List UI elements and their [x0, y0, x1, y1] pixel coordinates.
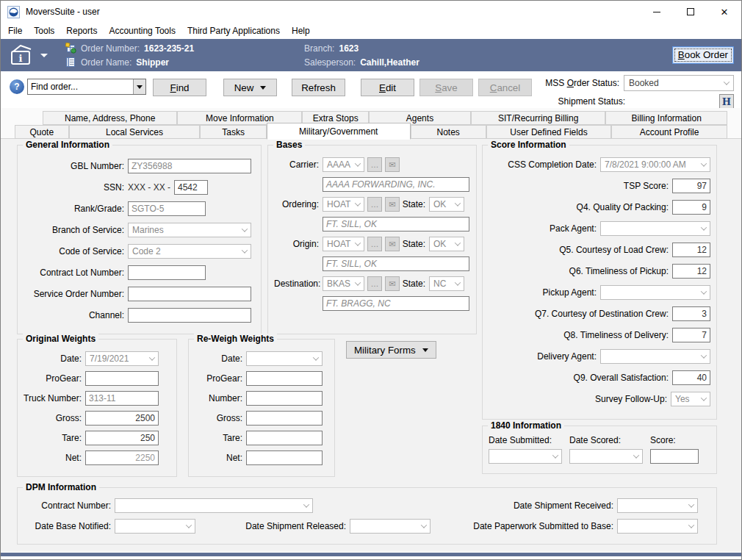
tab-user-defined-fields[interactable]: User Defined Fields: [486, 125, 611, 139]
reweigh-tare-field[interactable]: [246, 431, 323, 445]
cancel-button[interactable]: Cancel: [478, 79, 532, 96]
menu-tools[interactable]: Tools: [28, 24, 60, 37]
contract-number-combo[interactable]: [115, 498, 313, 513]
carrier-lookup-button[interactable]: …: [367, 157, 382, 172]
survey-follow-up-combo[interactable]: Yes: [671, 392, 710, 406]
reweigh-date-combo[interactable]: [246, 351, 323, 366]
minimize-button[interactable]: [640, 1, 674, 23]
pickup-agent-combo[interactable]: [600, 285, 710, 300]
branch-of-service-combo[interactable]: Marines: [128, 223, 251, 237]
reweigh-number-field[interactable]: [246, 391, 323, 406]
original-tare-field[interactable]: 250: [85, 431, 159, 445]
origin-base-combo[interactable]: HOAT: [323, 237, 364, 251]
menu-help[interactable]: Help: [286, 24, 316, 37]
book-order-button[interactable]: Book Order: [672, 46, 734, 64]
channel-field[interactable]: [128, 308, 251, 323]
refresh-button[interactable]: Refresh: [292, 79, 345, 96]
find-order-combo[interactable]: Find order...: [27, 79, 146, 95]
find-order-dropdown-button[interactable]: [133, 79, 145, 94]
close-button[interactable]: ✕: [707, 1, 741, 23]
q8-timeliness-of-delivery-field[interactable]: 7: [672, 328, 710, 342]
ssn-last4-field[interactable]: 4542: [174, 180, 208, 195]
css-completion-date-combo[interactable]: 7/8/2021 9:00:00 AM: [600, 157, 710, 172]
ordering-email-button[interactable]: ✉: [385, 197, 400, 212]
reweigh-gross-field[interactable]: [246, 411, 323, 426]
order-number-icon: [65, 43, 76, 54]
date-base-notified-combo[interactable]: [115, 519, 195, 534]
original-gross-field[interactable]: 2500: [85, 411, 159, 426]
reweigh-gross-label: Gross:: [189, 413, 246, 423]
carrier-code-combo[interactable]: AAAA: [323, 157, 364, 172]
tab-billing-information[interactable]: Billing Information: [605, 111, 727, 125]
carrier-name-field[interactable]: AAAA FORWARDING, INC.: [323, 177, 469, 192]
shipment-history-button[interactable]: H: [719, 94, 734, 109]
original-net-field[interactable]: 2250: [85, 450, 159, 465]
mss-order-status-combo[interactable]: Booked: [624, 75, 734, 91]
reweigh-weights-group: Re-Weigh Weights Date: ProGear: Number: …: [188, 339, 335, 477]
date-paperwork-submitted-combo[interactable]: [617, 519, 698, 534]
q7-courtesy-of-destination-crew-field[interactable]: 3: [672, 306, 710, 321]
origin-base-name-field[interactable]: FT. SILL, OK: [323, 256, 469, 271]
origin-lookup-button[interactable]: …: [367, 237, 382, 251]
tsp-score-field[interactable]: 97: [672, 179, 710, 193]
destination-state-combo[interactable]: NC: [429, 276, 464, 291]
score-1840-field[interactable]: [650, 449, 699, 464]
carrier-email-button[interactable]: ✉: [385, 157, 400, 172]
home-info-icon: i: [10, 45, 35, 65]
origin-email-button[interactable]: ✉: [385, 237, 400, 251]
salesperson-value: Cahill,Heather: [360, 57, 419, 68]
code-of-service-combo[interactable]: Code 2: [128, 244, 251, 259]
menu-accounting-tools[interactable]: Accounting Tools: [103, 24, 181, 37]
destination-email-button[interactable]: ✉: [385, 276, 400, 291]
menu-reports[interactable]: Reports: [60, 24, 103, 37]
delivery-agent-combo[interactable]: [600, 349, 710, 364]
q4-quality-of-packing-field[interactable]: 9: [672, 200, 710, 215]
date-scored-combo[interactable]: [569, 449, 643, 464]
menu-file[interactable]: File: [2, 24, 28, 37]
military-forms-button[interactable]: Military Forms: [346, 341, 436, 359]
origin-state-combo[interactable]: OK: [429, 237, 464, 251]
truck-number-field[interactable]: 313-11: [85, 391, 159, 406]
home-menu-button[interactable]: i: [10, 45, 48, 65]
gbl-number-field[interactable]: ZY356988: [128, 159, 251, 173]
pack-agent-combo[interactable]: [600, 221, 710, 236]
ordering-base-name-field[interactable]: FT. SILL, OK: [323, 217, 469, 231]
ordering-state-combo[interactable]: OK: [429, 197, 464, 212]
original-date-combo[interactable]: 7/19/2021: [85, 351, 159, 366]
destination-base-name-field[interactable]: FT. BRAGG, NC: [323, 296, 469, 311]
original-progear-field[interactable]: [85, 371, 159, 386]
new-button[interactable]: New: [223, 79, 277, 96]
reweigh-net-field[interactable]: [246, 450, 323, 465]
service-order-number-field[interactable]: [128, 287, 251, 301]
tab-sit-recurring-billing[interactable]: SIT/Recurring Billing: [471, 111, 605, 125]
destination-lookup-button[interactable]: …: [367, 276, 382, 291]
reweigh-progear-label: ProGear:: [189, 373, 246, 384]
tab-name-address-phone[interactable]: Name, Address, Phone: [43, 111, 177, 125]
maximize-button[interactable]: [674, 1, 707, 23]
contract-lot-number-field[interactable]: [128, 265, 206, 280]
tab-tasks[interactable]: Tasks: [200, 125, 266, 139]
ordering-lookup-button[interactable]: …: [367, 197, 382, 212]
q9-overall-satisfaction-field[interactable]: 40: [672, 370, 710, 385]
tab-quote[interactable]: Quote: [15, 125, 69, 139]
q5-courtesy-of-load-crew-field[interactable]: 12: [672, 243, 710, 257]
menu-third-party-applications[interactable]: Third Party Applications: [181, 24, 286, 37]
edit-button[interactable]: Edit: [361, 79, 414, 96]
save-button[interactable]: Save: [419, 79, 473, 96]
date-shipment-received-combo[interactable]: [617, 498, 698, 513]
q6-timeliness-of-pickup-field[interactable]: 12: [672, 264, 710, 279]
rank-grade-field[interactable]: SGTO-5: [128, 201, 206, 216]
ellipsis-icon: …: [371, 279, 379, 288]
tab-notes[interactable]: Notes: [411, 125, 486, 139]
destination-base-combo[interactable]: BKAS: [323, 276, 364, 291]
date-shipment-released-combo[interactable]: [350, 519, 431, 534]
ordering-base-combo[interactable]: HOAT: [323, 197, 364, 212]
help-icon[interactable]: ?: [10, 79, 24, 94]
original-progear-label: ProGear:: [18, 373, 85, 384]
tab-military-government[interactable]: Military/Government: [267, 123, 411, 140]
date-submitted-combo[interactable]: [489, 449, 562, 464]
tab-account-profile[interactable]: Account Profile: [611, 125, 727, 139]
find-button[interactable]: Find: [153, 79, 206, 96]
tab-local-services[interactable]: Local Services: [69, 125, 201, 139]
reweigh-progear-field[interactable]: [246, 371, 323, 386]
